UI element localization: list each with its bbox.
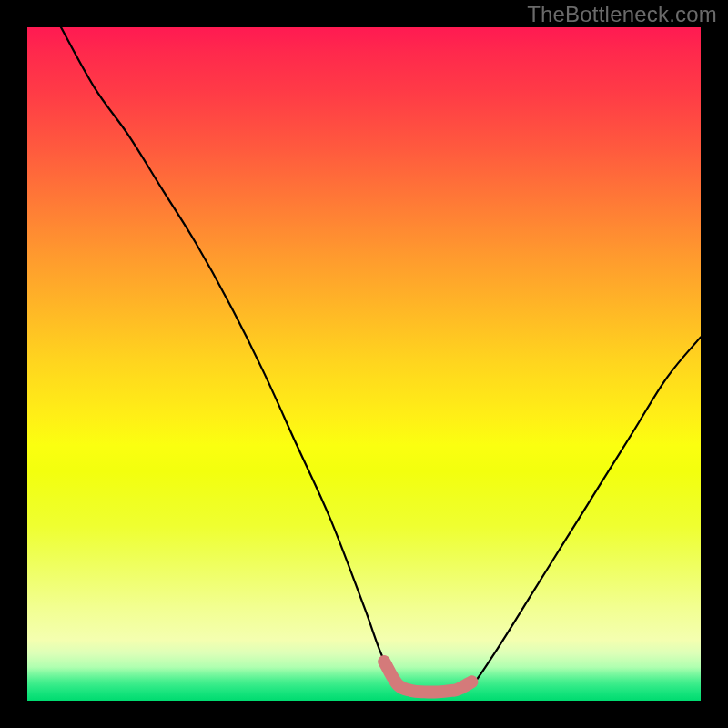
- curve-layer: [27, 27, 701, 701]
- curve-left: [61, 27, 418, 692]
- curve-bottom-highlight: [384, 662, 471, 692]
- watermark-text: TheBottleneck.com: [527, 2, 717, 27]
- curve-right: [459, 337, 701, 691]
- plot-area: [27, 27, 701, 701]
- chart-frame: TheBottleneck.com: [0, 0, 728, 728]
